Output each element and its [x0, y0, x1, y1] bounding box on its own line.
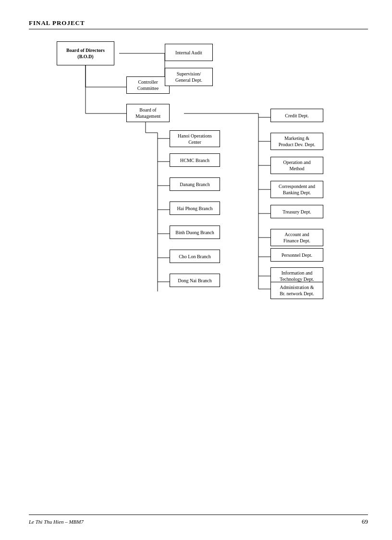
board-of-directors: Board of Directors(B.O.D) — [57, 41, 114, 65]
danang-branch: Danang Branch — [170, 177, 220, 191]
operation-method-dept: Operation andMethod — [270, 157, 323, 174]
page-number: 69 — [362, 518, 368, 526]
hcmc-branch: HCMC Branch — [170, 153, 220, 167]
account-finance-dept: Account andFinance Dept. — [270, 229, 323, 246]
marketing-dept: Marketing &Product Dev. Dept. — [270, 133, 323, 150]
binh-duong-branch: Binh Duong Branch — [170, 226, 220, 239]
hai-phong-branch: Hai Phong Branch — [170, 201, 220, 215]
page-footer: Le Thi Thu Hien – MBM7 69 — [29, 515, 368, 526]
credit-dept: Credit Dept. — [270, 109, 323, 122]
page: FINAL PROJECT — [0, 0, 392, 540]
cho-lon-branch: Cho Lon Branch — [170, 250, 220, 263]
treasury-dept: Treasury Dept. — [270, 205, 323, 218]
personnel-dept: Personnel Dept. — [270, 248, 323, 262]
supervision-general: Supervision/General Dept. — [165, 68, 213, 86]
hanoi-ops: Hanoi OperationsCenter — [170, 130, 220, 147]
footer-author: Le Thi Thu Hien – MBM7 — [29, 519, 84, 525]
org-chart: Board of Directors(B.O.D) Internal Audit… — [42, 39, 355, 308]
page-title: FINAL PROJECT — [29, 19, 85, 26]
correspondent-banking-dept: Correspondent andBanking Dept. — [270, 181, 323, 198]
page-header: FINAL PROJECT — [29, 19, 368, 29]
dong-nai-branch: Dong Nai Branch — [170, 274, 220, 287]
internal-audit: Internal Audit — [165, 44, 213, 61]
board-of-management: Board ofManagement — [126, 104, 170, 122]
controller-committee: ControllerCommittee — [126, 76, 170, 94]
administration-dept: Administration &Br. network Dept. — [270, 282, 323, 299]
